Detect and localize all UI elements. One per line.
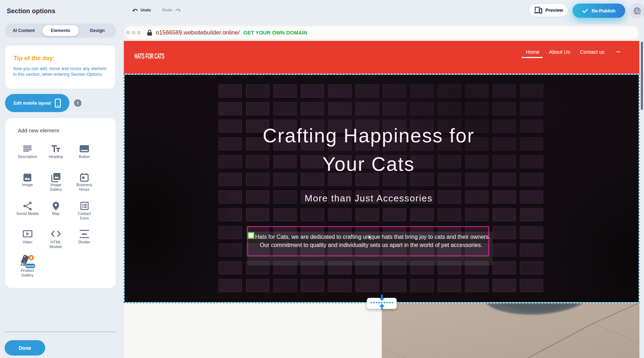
- svg-text:SHOP: SHOP: [26, 264, 35, 268]
